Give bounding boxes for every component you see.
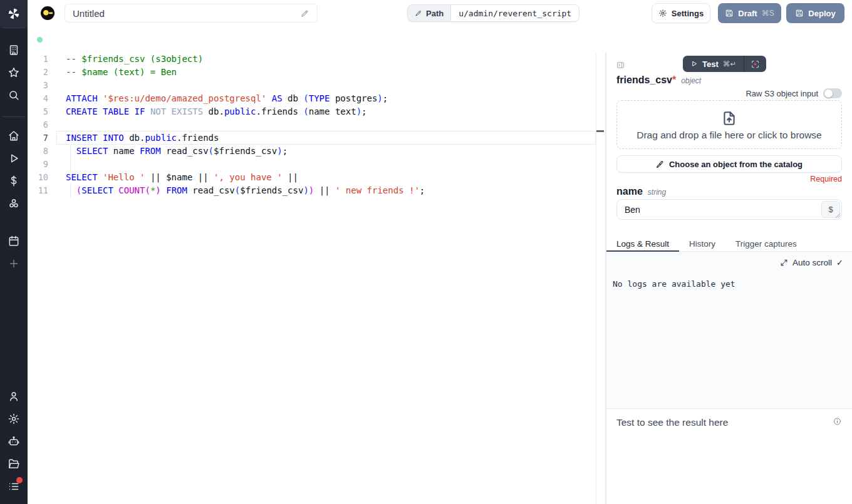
code-editor[interactable]: 1-- $friends_csv (s3object)2-- $name (te… xyxy=(28,53,605,504)
sidebar-item-account--user-icon[interactable] xyxy=(8,390,20,403)
path-edit-button[interactable]: Path xyxy=(408,5,451,21)
play-icon xyxy=(690,60,698,68)
raw-s3-label: Raw S3 object input xyxy=(746,89,818,98)
line-number: 4 xyxy=(28,92,56,105)
run-panel: Test ⌘↵ friends_csv* object Raw S3 objec… xyxy=(606,53,852,504)
logs-empty-text: No logs are available yet xyxy=(613,279,735,289)
dropzone-label: Drag and drop a file here or click to br… xyxy=(636,130,822,141)
editor-toolbar: Reset ± Library Use VScode xyxy=(28,26,852,53)
code-line-9: 9 xyxy=(28,158,605,171)
sidebar-item-variables--dollar-icon[interactable] xyxy=(8,175,20,187)
arg-friends-csv-header: friends_csv* object xyxy=(616,75,701,86)
name-field[interactable] xyxy=(617,200,816,219)
line-number: 8 xyxy=(28,145,56,158)
script-title-box[interactable] xyxy=(65,4,318,23)
draft-label: Draft xyxy=(738,9,757,18)
name-field-wrapper: $ xyxy=(616,199,842,220)
indent-guide xyxy=(70,145,71,171)
choose-object-button[interactable]: Choose an object from the catalog xyxy=(616,155,842,173)
file-upload-icon xyxy=(721,110,737,126)
sidebar-divider xyxy=(3,116,24,117)
sidebar-item-workspace--building-icon[interactable] xyxy=(8,44,20,56)
deploy-label: Deploy xyxy=(808,9,835,18)
required-asterisk: * xyxy=(672,75,676,85)
expand-icon[interactable] xyxy=(780,259,788,267)
line-number: 1 xyxy=(28,53,56,66)
tab-logs-result[interactable]: Logs & Result xyxy=(606,237,679,251)
code-line-2: 2-- $name (text) = Ben xyxy=(28,66,605,79)
save-icon xyxy=(725,9,734,18)
choose-object-label: Choose an object from the catalog xyxy=(669,160,803,169)
sidebar-item-resources--cluster-icon[interactable] xyxy=(8,197,20,210)
settings-label: Settings xyxy=(672,9,704,18)
pipette-icon xyxy=(656,160,664,168)
test-button[interactable]: Test ⌘↵ xyxy=(683,56,744,72)
status-dot xyxy=(37,37,43,43)
code-line-7: 7INSERT INTO db.public.friends xyxy=(28,131,605,145)
indent-guide xyxy=(70,184,71,197)
test-button-group: Test ⌘↵ xyxy=(683,56,766,72)
script-title-input[interactable] xyxy=(73,8,300,19)
windmill-logo-icon[interactable] xyxy=(7,7,21,21)
overview-cursor-marker xyxy=(596,130,604,132)
info-icon[interactable] xyxy=(833,416,842,426)
draft-shortcut: ⌘S xyxy=(762,9,774,18)
autoscroll-label: Auto scroll xyxy=(792,258,832,267)
sidebar-item-runs--play-icon[interactable] xyxy=(8,152,20,165)
draft-button[interactable]: Draft ⌘S xyxy=(718,3,781,23)
notification-badge xyxy=(16,477,23,483)
code-line-3: 3 xyxy=(28,79,605,92)
line-number: 11 xyxy=(28,184,56,197)
collapse-panel-icon[interactable] xyxy=(616,61,625,69)
tab-history[interactable]: History xyxy=(679,237,725,251)
arg-type: string xyxy=(648,188,666,197)
line-number: 7 xyxy=(28,131,56,145)
sidebar-item-schedules--calendar-icon[interactable] xyxy=(8,235,20,247)
deploy-button[interactable]: Deploy xyxy=(786,3,844,23)
settings-button[interactable]: Settings xyxy=(652,3,710,23)
line-number: 6 xyxy=(28,118,56,131)
result-panel: Test to see the result here xyxy=(606,408,852,504)
path-label: Path xyxy=(426,9,444,18)
sidebar-item-workers--robot-icon[interactable] xyxy=(8,435,20,448)
line-number: 5 xyxy=(28,105,56,118)
line-number: 3 xyxy=(28,79,56,92)
sidebar-item-folders--folder-icon[interactable] xyxy=(8,458,20,470)
tab-trigger-captures[interactable]: Trigger captures xyxy=(725,237,807,251)
code-line-8: 8 SELECT name FROM read_csv($friends_csv… xyxy=(28,145,605,158)
save-icon xyxy=(795,9,804,18)
result-placeholder: Test to see the result here xyxy=(616,416,728,428)
code-line-4: 4ATTACH '$res:u/demo/amazed_postgresql' … xyxy=(28,92,605,105)
edit-title-icon[interactable] xyxy=(300,9,309,18)
resize-handle[interactable] xyxy=(835,213,841,219)
duckdb-language-icon xyxy=(40,6,55,21)
arg-type: object xyxy=(681,76,701,85)
path-editor[interactable]: Path u/admin/reverent_script xyxy=(407,4,579,22)
required-hint: Required xyxy=(810,175,842,183)
file-dropzone[interactable]: Drag and drop a file here or click to br… xyxy=(616,100,842,149)
code-line-11: 11 (SELECT COUNT(*) FROM read_csv($frien… xyxy=(28,184,605,197)
capture-run-button[interactable] xyxy=(744,56,766,72)
autoscroll-control[interactable]: Auto scroll ✓ xyxy=(780,258,843,267)
script-editor-page: Path u/admin/reverent_script Settings Dr… xyxy=(0,0,852,504)
code-line-1: 1-- $friends_csv (s3object) xyxy=(28,53,605,66)
sidebar xyxy=(0,0,28,504)
logs-panel: Auto scroll ✓ No logs are available yet xyxy=(606,252,852,408)
line-number: 10 xyxy=(28,171,56,184)
sidebar-item-workspace-settings--gear-icon[interactable] xyxy=(8,413,20,425)
panel-tabs: Logs & ResultHistoryTrigger captures xyxy=(606,237,852,252)
sidebar-item-add--plus-icon[interactable] xyxy=(8,257,20,270)
path-value: u/admin/reverent_script xyxy=(451,5,579,21)
sidebar-item-home--home-icon[interactable] xyxy=(8,130,20,142)
sidebar-item-search--search-icon[interactable] xyxy=(8,89,20,101)
code-line-6: 6 xyxy=(28,118,605,131)
overview-ruler xyxy=(596,53,596,504)
test-label: Test xyxy=(702,59,719,69)
arg-name-header: name string xyxy=(616,186,666,197)
check-icon[interactable]: ✓ xyxy=(836,258,843,267)
code-line-10: 10SELECT 'Hello ' || $name || ', you hav… xyxy=(28,171,605,184)
sidebar-item-favorites--star-icon[interactable] xyxy=(8,66,20,79)
raw-s3-toggle[interactable] xyxy=(823,88,842,98)
sidebar-divider xyxy=(3,28,24,28)
sidebar-item-audit-logs--list-icon[interactable] xyxy=(8,480,20,493)
